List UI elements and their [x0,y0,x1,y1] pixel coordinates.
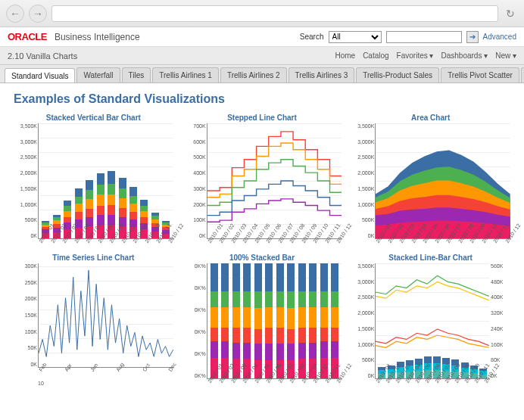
oracle-logo: ORACLE [8,31,47,42]
tab[interactable]: Waterfall [76,67,120,82]
chart-title: 100% Stacked Bar [182,254,342,262]
browser-chrome: ← → ↻ [0,0,524,27]
subnav-link[interactable]: Catalog [363,51,388,60]
tab[interactable]: Narrative Tickers [521,67,524,82]
chart-stacked-100: 100% Stacked Bar0K%0K%0K%0K%0K%0K%2010 /… [182,254,342,386]
app-header: ORACLE Business Intelligence Search All … [0,27,524,47]
subnav-link[interactable]: Home [335,51,355,60]
chart-title: Time Series Line Chart [14,254,173,262]
tab[interactable]: Trellis Airlines 1 [152,67,219,82]
chart-plot-area: 300K250K200K150K100K50K0K [38,263,173,368]
tab[interactable]: Trellis Pivot Scatter [441,67,519,82]
chart-area: Area Chart3,500K3,000K2,500K2,000K1,500K… [351,114,510,246]
url-bar[interactable] [51,5,498,22]
tab[interactable]: Trellis Airlines 3 [289,67,355,82]
product-title: Business Intelligence [55,32,140,42]
chart-stacked-bar: Stacked Vertical Bar Chart3,500K3,000K2,… [14,114,173,246]
chart-plot-area: 3,500K3,000K2,500K2,000K1,500K1,000K500K… [38,123,173,239]
content-area: Examples of Standard Visualizations Stac… [0,83,524,395]
breadcrumb: 2.10 Vanilla Charts [8,51,77,61]
chart-time-series: Time Series Line Chart300K250K200K150K10… [14,254,173,386]
page-title: Examples of Standard Visualizations [14,92,510,106]
search-go-button[interactable]: ➔ [466,31,479,43]
tab[interactable]: Trellis-Product Sales [356,67,439,82]
chart-line-bar: Stacked Line-Bar Chart3,500K3,000K2,500K… [351,254,510,386]
chart-title: Stacked Line-Bar Chart [351,254,510,262]
subnav-link[interactable]: New ▾ [495,51,516,60]
chart-title: Stacked Vertical Bar Chart [14,114,173,122]
chart-stepped-line: Stepped Line Chart700K600K500K400K300K20… [182,114,342,246]
advanced-link[interactable]: Advanced [483,33,516,41]
chart-plot-area: 3,500K3,000K2,500K2,000K1,500K1,000K500K… [375,263,489,379]
tab[interactable]: Standard Visuals [5,68,75,83]
tab-strip: Standard VisualsWaterfallTilesTrellis Ai… [0,65,524,83]
refresh-icon[interactable]: ↻ [503,6,518,21]
search-input[interactable] [386,31,462,43]
search-scope-select[interactable]: All [329,31,382,43]
chart-title: Area Chart [351,114,510,122]
chart-plot-area: 700K600K500K400K300K200K100K0K [207,123,342,239]
subnav-link[interactable]: Dashboards ▾ [441,51,488,60]
sub-header: 2.10 Vanilla Charts HomeCatalogFavorites… [0,47,524,65]
back-button[interactable]: ← [6,5,24,23]
tab[interactable]: Tiles [122,67,151,82]
chart-plot-area: 0K%0K%0K%0K%0K%0K% [207,263,342,379]
tab[interactable]: Trellis Airlines 2 [220,67,287,82]
sub-nav: HomeCatalogFavorites ▾Dashboards ▾New ▾ [335,51,516,60]
subnav-link[interactable]: Favorites ▾ [397,51,434,60]
chart-plot-area: 3,500K3,000K2,500K2,000K1,500K1,000K500K… [375,123,510,239]
forward-button[interactable]: → [29,5,47,23]
chart-grid: Stacked Vertical Bar Chart3,500K3,000K2,… [14,114,510,386]
search-label: Search [300,33,324,41]
chart-title: Stepped Line Chart [182,114,342,122]
